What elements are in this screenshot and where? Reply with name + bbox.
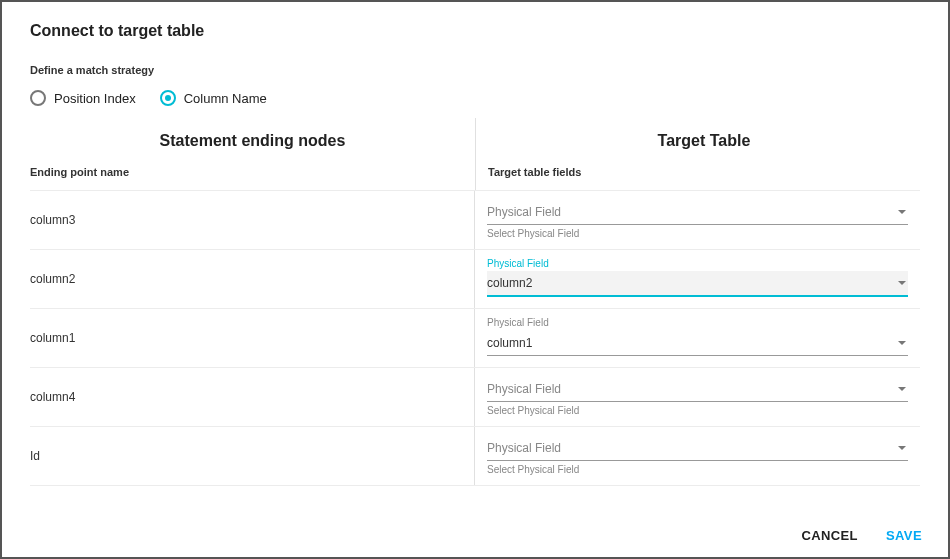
chevron-down-icon bbox=[898, 341, 906, 345]
chevron-down-icon bbox=[898, 210, 906, 214]
chevron-down-icon bbox=[898, 446, 906, 450]
select-helper: Select Physical Field bbox=[487, 405, 908, 416]
left-subheader: Ending point name bbox=[30, 166, 475, 190]
ending-point-name: column4 bbox=[30, 368, 475, 426]
select-value: Physical Field bbox=[487, 382, 561, 396]
physical-field-select[interactable]: Physical Field bbox=[487, 435, 908, 461]
select-value: column2 bbox=[487, 276, 532, 290]
radio-label: Column Name bbox=[184, 91, 267, 106]
ending-point-name: column2 bbox=[30, 250, 475, 308]
select-value: Physical Field bbox=[487, 205, 561, 219]
radio-icon bbox=[160, 90, 176, 106]
left-column-header: Statement ending nodes bbox=[30, 118, 475, 166]
radio-icon bbox=[30, 90, 46, 106]
radio-position-index[interactable]: Position Index bbox=[30, 90, 136, 106]
right-subheader: Target table fields bbox=[488, 166, 920, 190]
select-helper: Select Physical Field bbox=[487, 464, 908, 475]
physical-field-select[interactable]: column1 bbox=[487, 330, 908, 356]
chevron-down-icon bbox=[898, 281, 906, 285]
mapping-row: column1 Physical Field column1 bbox=[30, 308, 920, 367]
ending-point-name: Id bbox=[30, 427, 475, 485]
strategy-radio-group: Position Index Column Name bbox=[30, 90, 920, 106]
mapping-row: column2 Physical Field column2 bbox=[30, 249, 920, 308]
select-floating-label: Physical Field bbox=[487, 258, 908, 269]
dialog-footer: CANCEL SAVE bbox=[799, 524, 924, 547]
mapping-row: column3 Physical Field Select Physical F… bbox=[30, 190, 920, 249]
ending-point-name: column3 bbox=[30, 191, 475, 249]
physical-field-select[interactable]: Physical Field bbox=[487, 376, 908, 402]
select-value: column1 bbox=[487, 336, 532, 350]
physical-field-select[interactable]: column2 bbox=[487, 271, 908, 297]
right-column-header: Target Table bbox=[488, 118, 920, 166]
strategy-label: Define a match strategy bbox=[30, 64, 920, 76]
dialog-title: Connect to target table bbox=[30, 22, 920, 40]
radio-label: Position Index bbox=[54, 91, 136, 106]
mapping-row: column4 Physical Field Select Physical F… bbox=[30, 367, 920, 426]
cancel-button[interactable]: CANCEL bbox=[799, 524, 860, 547]
radio-column-name[interactable]: Column Name bbox=[160, 90, 267, 106]
ending-point-name: column1 bbox=[30, 309, 475, 367]
mapping-row: Id Physical Field Select Physical Field bbox=[30, 426, 920, 486]
save-button[interactable]: SAVE bbox=[884, 524, 924, 547]
select-helper: Select Physical Field bbox=[487, 228, 908, 239]
select-floating-label: Physical Field bbox=[487, 317, 908, 328]
select-value: Physical Field bbox=[487, 441, 561, 455]
physical-field-select[interactable]: Physical Field bbox=[487, 199, 908, 225]
mapping-rows: column3 Physical Field Select Physical F… bbox=[30, 190, 920, 486]
chevron-down-icon bbox=[898, 387, 906, 391]
